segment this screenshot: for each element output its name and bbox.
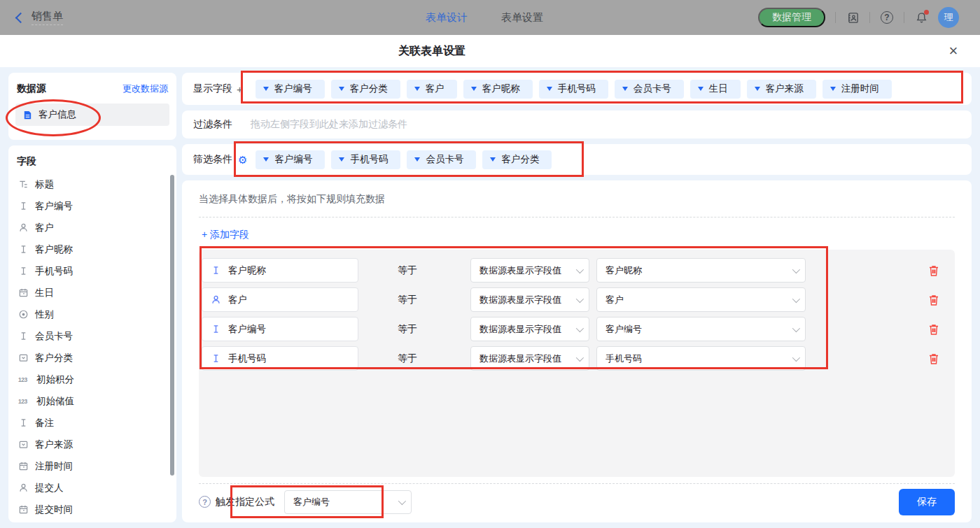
- user-icon: [211, 294, 221, 305]
- display-field-tags: 客户编号 客户分类 客户 客户昵称 手机号码 会员卡号 生日 客户来源 注册时间: [255, 80, 892, 99]
- field-tag[interactable]: 客户分类: [331, 80, 400, 99]
- text-icon: [18, 331, 29, 341]
- text-icon: [18, 418, 29, 428]
- help-circle-icon[interactable]: ?: [199, 496, 211, 508]
- triangle-down-icon: [698, 87, 704, 91]
- source-type-select[interactable]: 数据源表显示字段值: [470, 317, 589, 341]
- contacts-icon[interactable]: [846, 10, 860, 24]
- field-tag[interactable]: 客户来源: [747, 80, 816, 99]
- radio-icon: [18, 309, 29, 320]
- trash-icon[interactable]: [928, 352, 939, 365]
- field-tag[interactable]: 会员卡号: [407, 150, 476, 169]
- divider: [835, 12, 836, 23]
- field-tag[interactable]: 会员卡号: [615, 80, 684, 99]
- change-datasource-link[interactable]: 更改数据源: [122, 83, 168, 95]
- tab-form-design[interactable]: 表单设计: [426, 11, 468, 24]
- text-icon: [211, 324, 221, 334]
- target-field-box[interactable]: 客户: [202, 287, 358, 312]
- trigger-formula-select[interactable]: 客户编号: [284, 490, 412, 514]
- help-icon[interactable]: ?: [880, 10, 894, 24]
- source-type-select[interactable]: 数据源表显示字段值: [470, 346, 589, 371]
- trash-icon[interactable]: [928, 294, 939, 306]
- field-item[interactable]: 会员卡号: [15, 325, 176, 347]
- field-item[interactable]: 标题: [15, 173, 176, 195]
- modal-body: 数据源 更改数据源 客户信息 字段 标题 客户编号 客户 客户昵称 手机号码 生…: [0, 67, 980, 528]
- field-tag[interactable]: 客户分类: [482, 150, 552, 169]
- text-icon: [211, 265, 221, 276]
- heading-icon: [18, 179, 29, 190]
- field-item[interactable]: 生日: [15, 282, 176, 304]
- back-icon[interactable]: [15, 12, 27, 23]
- field-item[interactable]: 提交时间: [15, 499, 176, 520]
- rule-row: 手机号码 等于 数据源表显示字段值 手机号码: [202, 346, 939, 371]
- trash-icon[interactable]: [928, 264, 939, 277]
- field-item[interactable]: 注册时间: [15, 455, 176, 477]
- source-field-select[interactable]: 客户: [596, 287, 806, 312]
- app-window: 销售单 表单设计 表单设置 数据管理 ? 理 关联表单设置 ×: [0, 0, 980, 528]
- field-tag[interactable]: 手机号码: [539, 80, 608, 99]
- source-type-select[interactable]: 数据源表显示字段值: [470, 287, 589, 312]
- close-icon[interactable]: ×: [944, 41, 963, 61]
- fill-rules-hint: 当选择具体数据后，将按如下规则填充数据: [199, 193, 955, 206]
- target-field-box[interactable]: 手机号码: [202, 346, 358, 371]
- add-field-link[interactable]: + 添加字段: [202, 229, 249, 241]
- field-item[interactable]: 备注: [15, 412, 176, 434]
- field-item[interactable]: 123初始储值: [15, 390, 176, 412]
- trigger-formula-label: 触发指定公式: [216, 496, 274, 508]
- filter-dropzone-placeholder[interactable]: 拖动左侧字段到此处来添加过滤条件: [251, 118, 407, 131]
- field-tag[interactable]: 客户编号: [255, 80, 325, 99]
- operator-label: 等于: [398, 294, 426, 306]
- source-field-select[interactable]: 客户编号: [596, 317, 806, 341]
- source-field-select[interactable]: 手机号码: [596, 346, 806, 371]
- user-icon: [18, 483, 29, 493]
- data-manage-button[interactable]: 数据管理: [758, 8, 825, 27]
- select-icon: [18, 439, 29, 450]
- rule-row: 客户编号 等于 数据源表显示字段值 客户编号: [202, 317, 939, 341]
- source-type-select[interactable]: 数据源表显示字段值: [470, 258, 589, 283]
- field-tag[interactable]: 客户昵称: [463, 80, 533, 99]
- field-tag[interactable]: 客户编号: [255, 150, 325, 169]
- screen-field-tags: 客户编号 手机号码 会员卡号 客户分类: [255, 150, 552, 169]
- field-item[interactable]: 客户昵称: [15, 238, 176, 260]
- field-tag[interactable]: 生日: [690, 80, 741, 99]
- field-item[interactable]: 性别: [15, 304, 176, 325]
- target-field-box[interactable]: 客户昵称: [202, 258, 358, 283]
- fill-rules-card: 当选择具体数据后，将按如下规则填充数据 + 添加字段 客户昵称 等于 数据源表显…: [182, 180, 972, 522]
- selected-datasource-item[interactable]: 客户信息: [15, 104, 169, 126]
- source-field-select[interactable]: 客户昵称: [596, 258, 806, 283]
- display-fields-row: 显示字段 + 客户编号 客户分类 客户 客户昵称 手机号码 会员卡号 生日 客户…: [182, 73, 972, 105]
- text-icon: [18, 266, 29, 276]
- main-panel: 显示字段 + 客户编号 客户分类 客户 客户昵称 手机号码 会员卡号 生日 客户…: [182, 73, 972, 522]
- tab-form-settings[interactable]: 表单设置: [501, 11, 543, 24]
- gear-icon[interactable]: ⚙: [238, 155, 247, 165]
- document-icon: [22, 110, 33, 120]
- field-tag[interactable]: 手机号码: [331, 150, 400, 169]
- field-item[interactable]: 提交人: [15, 477, 176, 499]
- trash-icon[interactable]: [928, 323, 939, 336]
- triangle-down-icon: [263, 87, 269, 91]
- add-display-field-button[interactable]: +: [237, 83, 243, 95]
- target-field-box[interactable]: 客户编号: [202, 317, 358, 341]
- filter-label: 过滤条件: [193, 118, 232, 131]
- avatar[interactable]: 理: [938, 7, 959, 28]
- chevron-down-icon: [576, 294, 584, 302]
- field-tag[interactable]: 注册时间: [822, 80, 892, 99]
- field-item[interactable]: 客户分类: [15, 347, 176, 369]
- screen-label: 筛选条件: [193, 153, 232, 166]
- field-item[interactable]: 客户编号: [15, 195, 176, 217]
- text-icon: [18, 201, 29, 211]
- sidebar: 数据源 更改数据源 客户信息 字段 标题 客户编号 客户 客户昵称 手机号码 生…: [8, 73, 176, 522]
- calendar-icon: [18, 504, 29, 515]
- divider: [904, 12, 904, 23]
- scrollbar-thumb[interactable]: [170, 175, 174, 476]
- field-item[interactable]: 客户: [15, 217, 176, 238]
- field-item[interactable]: 客户来源: [15, 434, 176, 455]
- triangle-down-icon: [471, 87, 477, 91]
- form-name[interactable]: 销售单: [31, 10, 63, 25]
- field-item[interactable]: 123初始积分: [15, 369, 176, 390]
- save-button[interactable]: 保存: [899, 489, 955, 515]
- notification-bell-icon[interactable]: [914, 10, 928, 24]
- operator-label: 等于: [398, 352, 426, 365]
- field-tag[interactable]: 客户: [407, 80, 457, 99]
- field-item[interactable]: 手机号码: [15, 260, 176, 282]
